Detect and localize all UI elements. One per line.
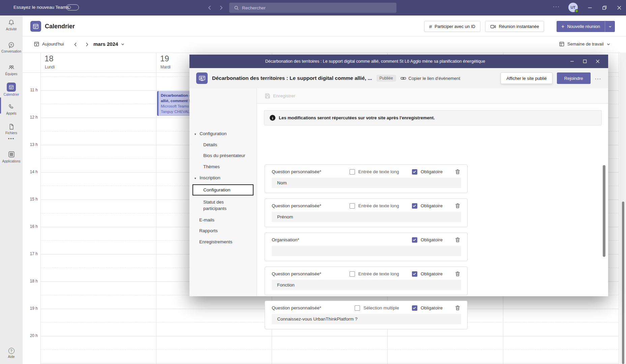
delete-question-button[interactable] [455, 271, 460, 277]
nav-group-inscription[interactable]: Inscription [200, 175, 220, 180]
dialog-close-button[interactable] [594, 58, 601, 65]
hour-label: 17 h [20, 251, 38, 256]
view-label: Semaine de travail [567, 41, 604, 47]
save-button[interactable]: Enregistrer [273, 93, 295, 98]
search-placeholder: Rechercher [242, 5, 266, 10]
multi-select-checkbox[interactable] [355, 305, 360, 311]
file-icon [8, 123, 15, 130]
sidebar-more-button[interactable]: ••• [0, 136, 23, 141]
chevron-expanded-icon[interactable]: ▾ [195, 132, 196, 136]
calendar-scrollbar-thumb[interactable] [622, 202, 624, 364]
required-checkbox-checked[interactable] [412, 271, 417, 277]
phone-icon [8, 103, 15, 111]
nav-item-rapports[interactable]: Rapports [199, 228, 218, 233]
history-back-button[interactable] [206, 4, 213, 11]
search-input[interactable]: Rechercher [229, 3, 396, 13]
question-value-input[interactable]: Connaissez-vous UrbanThinkPlatform ? [272, 314, 461, 324]
delete-question-button[interactable] [455, 169, 460, 175]
chevron-down-icon [608, 25, 612, 28]
dialog-maximize-button[interactable] [581, 58, 589, 65]
question-card: Question personnalisée* Entrée de texte … [265, 164, 468, 193]
sidebar-item-conversation[interactable]: Conversation [0, 41, 23, 53]
hour-label: 12 h [20, 115, 38, 120]
question-label: Question personnalisée* [272, 271, 346, 276]
grid-column-line [40, 53, 41, 364]
required-checkbox-checked[interactable] [412, 169, 417, 175]
calendar-event-webinar[interactable]: Décarbonation d allié, comment S Microso… [157, 91, 191, 116]
required-checkbox-checked[interactable] [412, 237, 417, 243]
required-label: Obligatoire [421, 271, 443, 276]
avatar[interactable]: UT [568, 3, 578, 12]
window-close-button[interactable] [616, 4, 623, 11]
long-text-checkbox[interactable] [350, 169, 355, 175]
question-value-input[interactable]: Prénom [272, 212, 461, 222]
delete-question-button[interactable] [455, 237, 460, 243]
question-card: Organisation* Obligatoire [265, 233, 468, 261]
hour-label: 11 h [20, 88, 38, 92]
dialog-scrollbar-thumb[interactable] [603, 165, 605, 257]
event-location: Microsoft Teams [161, 103, 191, 109]
required-label: Obligatoire [421, 169, 443, 174]
new-teams-toggle[interactable] [66, 4, 79, 10]
delete-question-button[interactable] [455, 203, 460, 209]
sidebar-item-appels[interactable]: Appels [0, 103, 23, 115]
sidebar-item-fichiers[interactable]: Fichiers [0, 123, 23, 135]
grid-column-line [156, 53, 156, 364]
question-label: Question personnalisée* [272, 305, 351, 310]
dialog-content: Enregistrer i Les modifications seront r… [257, 88, 608, 296]
nav-item-details[interactable]: Détails [203, 142, 217, 147]
dialog-more-button[interactable]: ··· [595, 75, 602, 81]
try-new-teams-label: Essayez le nouveau Teams. [13, 5, 70, 10]
chevron-left-icon [73, 42, 78, 47]
today-button[interactable]: Aujourd'hui [34, 41, 64, 47]
sidebar-item-aide[interactable]: ? Aide [0, 348, 23, 359]
question-card: Question personnalisée* Sélection multip… [265, 301, 468, 329]
window-restore-button[interactable] [601, 4, 608, 11]
hour-label: 18 h [20, 279, 38, 283]
copy-event-link-label: Copier le lien d'événement [409, 76, 460, 81]
join-button[interactable]: Rejoindre [557, 72, 591, 84]
long-text-checkbox[interactable] [350, 203, 355, 209]
multi-select-label: Sélection multiple [363, 305, 399, 310]
question-value-input[interactable]: Nom [272, 178, 461, 188]
sidebar-item-activite[interactable]: Activité [0, 19, 23, 31]
nav-item-bios[interactable]: Bios du présentateur [203, 153, 245, 158]
nav-group-configuration[interactable]: Configuration [200, 131, 227, 136]
nav-item-emails[interactable]: E-mails [199, 217, 214, 222]
nav-item-themes[interactable]: Thèmes [203, 164, 220, 169]
new-meeting-button[interactable]: + Nouvelle réunion [557, 21, 615, 32]
dialog-minimize-button[interactable] [568, 58, 576, 65]
instant-meeting-button[interactable]: Réunion instantanée [485, 21, 544, 32]
next-week-button[interactable] [84, 42, 90, 47]
view-selector[interactable]: Semaine de travail [559, 41, 610, 47]
nav-item-statut-participants[interactable]: Statut des participants [203, 199, 244, 212]
question-value-input[interactable] [272, 246, 461, 256]
new-meeting-dropdown[interactable] [605, 21, 615, 32]
sidebar-item-calendrier[interactable]: Calendrier [0, 83, 23, 96]
toggle-knob [67, 6, 71, 9]
question-value-input[interactable]: Fonction [272, 280, 461, 290]
long-text-label: Entrée de texte long [358, 169, 399, 174]
calendar-scrollbar[interactable] [620, 53, 626, 364]
long-text-checkbox[interactable] [350, 271, 355, 277]
dialog-titlebar[interactable]: Décarbonation des territoires : Le suppo… [189, 55, 608, 68]
sidebar-item-applications[interactable]: Applications [0, 150, 23, 163]
prev-week-button[interactable] [73, 42, 78, 47]
month-picker[interactable]: mars 2024 [93, 41, 125, 47]
window-minimize-button[interactable] [586, 4, 594, 11]
history-forward-button[interactable] [218, 4, 225, 11]
chevron-expanded-icon[interactable]: ▾ [195, 177, 196, 180]
required-checkbox-checked[interactable] [412, 305, 417, 311]
datebar-divider [23, 53, 626, 53]
required-label: Obligatoire [421, 203, 443, 208]
copy-event-link[interactable]: Copier le lien d'événement [400, 75, 460, 81]
delete-question-button[interactable] [455, 305, 460, 311]
question-label: Question personnalisée* [272, 169, 346, 174]
nav-item-configuration-selected[interactable]: Configuration [192, 184, 254, 195]
join-with-id-button[interactable]: # Participer avec un ID [424, 21, 480, 32]
view-published-site-button[interactable]: Afficher le site publié [501, 72, 553, 84]
nav-item-enregistrements[interactable]: Enregistrements [199, 239, 232, 244]
required-checkbox-checked[interactable] [412, 203, 417, 209]
sidebar-item-equipes[interactable]: Équipes [0, 64, 23, 76]
topbar-more-button[interactable]: ··· [553, 3, 560, 9]
